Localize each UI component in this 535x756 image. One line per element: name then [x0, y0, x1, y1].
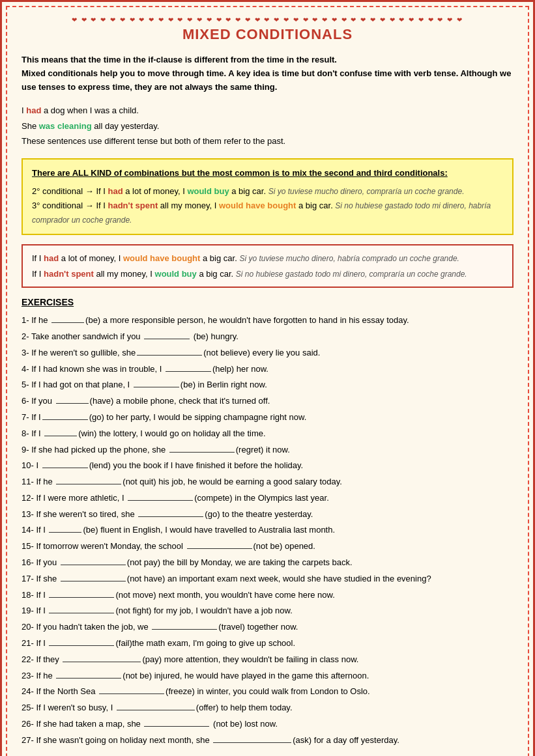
blank-1[interactable]: [51, 322, 84, 323]
exercise-18: 18- If I (not move) next month, you woul…: [22, 589, 513, 602]
blank-3[interactable]: [137, 355, 202, 356]
exercise-27: 27- If she wasn't going on holiday next …: [22, 734, 513, 748]
exercise-24: 24- If the North Sea (freeze) in winter,…: [22, 685, 513, 699]
exercise-21: 21- If I (fail)the math exam, I'm going …: [22, 637, 513, 651]
plain-examples: I had a dog when I was a child. She was …: [22, 103, 513, 148]
blank-27[interactable]: [213, 742, 291, 743]
exercise-22: 22- If they (pay) more attention, they w…: [22, 653, 513, 667]
exercise-6: 6- If you (have) a mobile phone, check t…: [22, 395, 513, 408]
blank-4[interactable]: [166, 371, 211, 372]
exercises-section: EXERCISES 1- If he (be) a more responsib…: [22, 297, 513, 748]
exercise-26: 26- If she had taken a map, she (not be)…: [22, 718, 513, 731]
blank-11[interactable]: [56, 484, 121, 484]
exercises-title: EXERCISES: [22, 297, 513, 307]
exercise-25: 25- If I weren't so busy, I (offer) to h…: [22, 701, 513, 715]
exercise-3: 3- If he weren't so gullible, she(not be…: [22, 346, 513, 360]
exercise-13: 13- If she weren't so tired, she (go) to…: [22, 508, 513, 522]
blank-8[interactable]: [44, 436, 77, 436]
blank-2[interactable]: [144, 339, 190, 339]
had-highlight: had: [26, 105, 41, 115]
red-box-line-2: If I hadn't spent all my money, I would …: [32, 266, 503, 282]
blank-23[interactable]: [56, 678, 121, 679]
exercise-12: 12- If I were more athletic, I (compete)…: [22, 492, 513, 505]
exercise-17: 17- If she (not have) an important exam …: [22, 572, 513, 586]
exercise-5: 5- If I had got on that plane, I (be) in…: [22, 378, 513, 392]
yellow-box: There are ALL KIND of combinations but t…: [22, 158, 513, 235]
red-box-line-1: If I had a lot of money, I would have bo…: [32, 251, 503, 266]
exercise-23: 23- If he (not be) injured, he would hav…: [22, 669, 513, 683]
red-box: If I had a lot of money, I would have bo…: [22, 244, 513, 288]
blank-25[interactable]: [117, 710, 195, 710]
blank-15[interactable]: [187, 548, 252, 549]
exercise-2: 2- Take another sandwich if you (be) hun…: [22, 330, 513, 344]
exercise-9: 9- If she had picked up the phone, she (…: [22, 443, 513, 457]
exercise-14: 14- If I (be) fluent in English, I would…: [22, 524, 513, 537]
intro-text: This means that the time in the if-claus…: [22, 53, 513, 94]
blank-7[interactable]: [42, 419, 88, 420]
blank-6[interactable]: [56, 403, 89, 404]
exercise-15: 15- If tomorrow weren't Monday, the scho…: [22, 540, 513, 553]
blank-5[interactable]: [134, 387, 179, 387]
was-cleaning-highlight: was cleaning: [39, 121, 92, 131]
top-dot-row: ❤ ❤ ❤ ❤ ❤ ❤ ❤ ❤ ❤ ❤ ❤ ❤ ❤ ❤ ❤ ❤ ❤ ❤ ❤ ❤ …: [22, 16, 513, 23]
exercise-7: 7- If I(go) to her party, I would be sip…: [22, 411, 513, 425]
blank-12[interactable]: [128, 500, 193, 501]
blank-24[interactable]: [99, 693, 164, 694]
blank-9[interactable]: [169, 452, 235, 453]
exercise-10: 10- I (lend) you the book if I have fini…: [22, 459, 513, 473]
yellow-box-line-2: 3° conditional → If I hadn't spent all m…: [32, 199, 503, 227]
exercise-20: 20- If you hadn't taken the job, we (tra…: [22, 621, 513, 634]
yellow-box-heading: There are ALL KIND of combinations but t…: [32, 166, 503, 180]
blank-19[interactable]: [49, 613, 114, 613]
blank-20[interactable]: [152, 629, 217, 630]
blank-16[interactable]: [61, 565, 126, 565]
exercise-4: 4- If I had known she was in trouble, I …: [22, 363, 513, 376]
yellow-box-line-1: 2° conditional → If I had a lot of money…: [32, 184, 503, 199]
blank-21[interactable]: [49, 645, 114, 646]
blank-17[interactable]: [61, 581, 126, 581]
exercise-16: 16- If you (not pay) the bill by Monday,…: [22, 556, 513, 570]
blank-13[interactable]: [138, 516, 203, 517]
page-container: ❤ ❤ ❤ ❤ ❤ ❤ ❤ ❤ ❤ ❤ ❤ ❤ ❤ ❤ ❤ ❤ ❤ ❤ ❤ ❤ …: [0, 0, 535, 756]
blank-14[interactable]: [49, 532, 81, 533]
blank-10[interactable]: [42, 468, 88, 468]
exercise-11: 11- If he (not quit) his job, he would b…: [22, 475, 513, 489]
blank-22[interactable]: [63, 662, 141, 662]
exercise-19: 19- If I (not fight) for my job, I would…: [22, 604, 513, 618]
blank-18[interactable]: [49, 597, 114, 598]
blank-26[interactable]: [144, 726, 209, 727]
exercise-1: 1- If he (be) a more responsible person,…: [22, 314, 513, 328]
page-title: MIXED CONDITIONALS: [22, 26, 513, 43]
exercise-8: 8- If I (win) the lottery, I would go on…: [22, 427, 513, 441]
